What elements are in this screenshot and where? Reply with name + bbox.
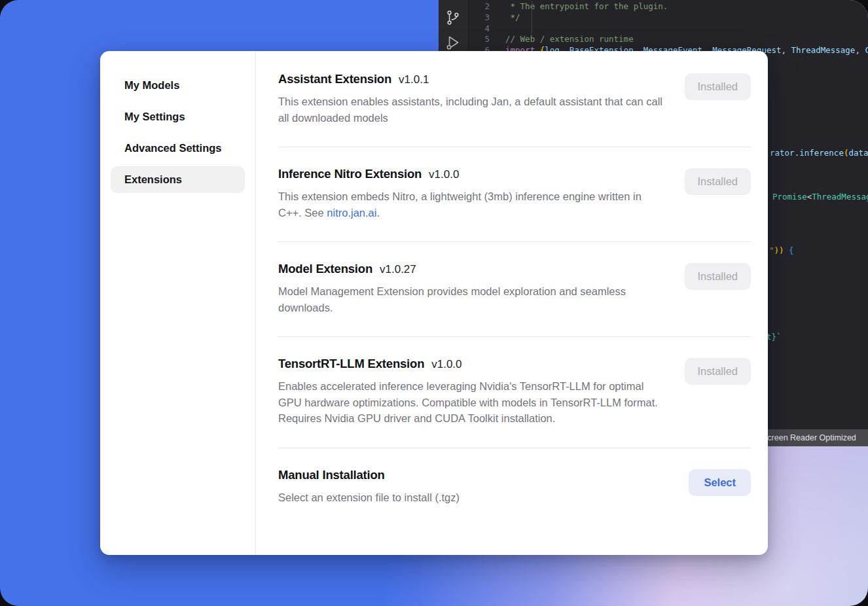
extension-version: v1.0.0 xyxy=(429,168,459,181)
settings-modal: My Models My Settings Advanced Settings … xyxy=(100,51,768,555)
extension-name: Model Extension xyxy=(278,262,372,276)
extensions-list: Assistant Extension v1.0.1 This extensio… xyxy=(256,51,768,555)
sidebar-item-my-models[interactable]: My Models xyxy=(111,72,245,99)
extension-name: Assistant Extension xyxy=(278,72,391,86)
extension-item-manual-installation: Manual Installation Select an extension … xyxy=(278,448,751,522)
extension-item-model: Model Extension v1.0.27 Model Management… xyxy=(278,242,751,337)
installed-button[interactable]: Installed xyxy=(685,168,751,195)
extension-version: v1.0.1 xyxy=(399,73,429,86)
sidebar-item-extensions[interactable]: Extensions xyxy=(111,166,245,193)
code-line: 3 */ xyxy=(469,12,868,24)
code-fragment: ")) { xyxy=(769,245,794,255)
source-control-icon[interactable] xyxy=(444,9,461,29)
line-number: 2 xyxy=(469,1,490,12)
sidebar-item-my-settings[interactable]: My Settings xyxy=(111,103,245,130)
extension-version: v1.0.27 xyxy=(380,263,416,276)
extension-description: Select an extension file to install (.tg… xyxy=(278,490,460,506)
extension-version: v1.0.0 xyxy=(431,358,461,371)
installed-button[interactable]: Installed xyxy=(685,73,751,100)
extension-description: Model Management Extension provides mode… xyxy=(278,283,663,315)
indent-guide xyxy=(532,1,532,35)
screen-reader-status-item[interactable]: Screen Reader Optimized xyxy=(754,429,868,446)
line-number: 4 xyxy=(469,24,490,35)
sidebar-item-advanced-settings[interactable]: Advanced Settings xyxy=(111,135,245,162)
code-fragment: Promise<ThreadMessage> xyxy=(772,192,868,202)
extension-item-assistant: Assistant Extension v1.0.1 This extensio… xyxy=(278,51,751,147)
line-number: 3 xyxy=(469,12,490,24)
extension-description: Enables accelerated inference leveraging… xyxy=(278,378,663,427)
line-number: 5 xyxy=(469,34,490,45)
installed-button[interactable]: Installed xyxy=(685,358,751,385)
extension-description: This extension enables assistants, inclu… xyxy=(278,94,663,126)
code-lines: 2 * The entrypoint for the plugin. 3 */ … xyxy=(469,1,868,56)
code-line: 4 xyxy=(469,24,868,35)
extension-name: TensortRT-LLM Extension xyxy=(278,357,424,371)
installed-button[interactable]: Installed xyxy=(685,263,751,290)
extension-name: Inference Nitro Extension xyxy=(278,167,422,181)
code-line: 2 * The entrypoint for the plugin. xyxy=(469,1,868,12)
hero-background: 2 * The entrypoint for the plugin. 3 */ … xyxy=(0,0,868,606)
code-text: // Web / extension runtime xyxy=(505,34,634,45)
nitro-jan-ai-link[interactable]: nitro.jan.ai. xyxy=(327,207,380,219)
code-text: * The entrypoint for the plugin. xyxy=(505,1,668,12)
extension-item-inference-nitro: Inference Nitro Extension v1.0.0 This ex… xyxy=(278,147,751,242)
code-fragment: t}` xyxy=(767,332,782,342)
code-fragment: rator.inference(data)); xyxy=(770,148,868,158)
code-line: 5 // Web / extension runtime xyxy=(469,34,868,45)
extension-item-tensorrt-llm: TensortRT-LLM Extension v1.0.0 Enables a… xyxy=(278,337,751,448)
extension-name: Manual Installation xyxy=(278,468,385,482)
select-file-button[interactable]: Select xyxy=(689,469,751,496)
code-text: */ xyxy=(505,12,520,24)
extension-description: This extension embeds Nitro, a lightweig… xyxy=(278,188,663,221)
settings-sidebar: My Models My Settings Advanced Settings … xyxy=(100,51,256,555)
